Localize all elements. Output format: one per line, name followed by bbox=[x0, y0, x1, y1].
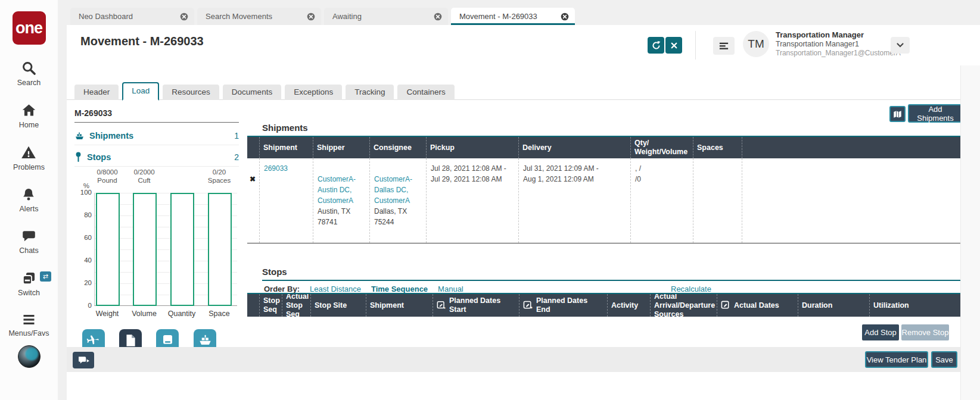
application-window: one Search Home Problems Alerts Chats ⇄ … bbox=[0, 0, 980, 400]
close-icon[interactable] bbox=[307, 12, 315, 21]
chat-button[interactable] bbox=[73, 352, 94, 368]
sidebar-item-problems[interactable]: Problems bbox=[13, 145, 45, 171]
order-by-time-sequence[interactable]: Time Sequence bbox=[371, 285, 428, 293]
add-stop-button[interactable]: Add Stop bbox=[862, 324, 899, 340]
search-icon bbox=[21, 60, 37, 76]
one-network-logo[interactable]: one bbox=[13, 11, 46, 45]
shipments-section-title: Shipments bbox=[262, 123, 308, 133]
column-header-stop-seq: Stop Seq bbox=[259, 294, 282, 317]
sidebar-item-label: Search bbox=[17, 79, 41, 87]
map-button[interactable] bbox=[889, 106, 906, 122]
tab-label: Awaiting bbox=[332, 12, 362, 21]
y-tick: 20 bbox=[71, 279, 92, 286]
pickup-dates: Jul 28, 2021 12:08 AM - Jul 29, 2021 12:… bbox=[426, 158, 518, 243]
column-header-planned-dates-end: * Planned Dates End bbox=[519, 294, 607, 317]
bar-capacity-label: 0/20Spaces bbox=[195, 168, 243, 185]
column-header-shipment: Shipment bbox=[259, 137, 313, 158]
sidebar-item-label: Switch bbox=[18, 289, 40, 297]
close-button[interactable] bbox=[665, 37, 682, 54]
sidebar-item-switch[interactable]: ⇄ Switch bbox=[18, 270, 40, 297]
column-header-planned-dates-start: * Planned Dates Start bbox=[433, 294, 519, 317]
sidebar-item-chats[interactable]: Chats bbox=[19, 229, 39, 255]
consignee-link[interactable]: CustomerA-Dallas DC, CustomerA bbox=[374, 174, 422, 206]
shipments-summary-row[interactable]: Shipments 1 bbox=[74, 126, 239, 145]
shipments-count: 1 bbox=[234, 131, 239, 140]
warning-icon bbox=[20, 145, 37, 161]
user-name: Transportation Manager1 bbox=[776, 40, 901, 49]
tab-label: Search Movements bbox=[206, 12, 272, 21]
bar-capacity-label: 0/2000Cuft bbox=[120, 168, 168, 185]
shipper-link[interactable]: CustomerA-Austin DC, CustomerA bbox=[318, 174, 365, 206]
close-icon bbox=[670, 41, 679, 50]
tab-movement-m-269033[interactable]: Movement - M-269033 bbox=[451, 8, 575, 25]
sidebar-item-menus-favs[interactable]: Menus/Favs bbox=[8, 312, 49, 338]
chart-bar-space bbox=[208, 193, 232, 306]
column-header-shipper: Shipper bbox=[313, 137, 369, 158]
chat-icon bbox=[21, 229, 37, 244]
switch-context-badge[interactable]: ⇄ bbox=[40, 271, 51, 282]
user-org: Transportation_Manager1@CustomerA bbox=[776, 49, 901, 58]
y-tick: 0 bbox=[71, 302, 92, 309]
close-icon[interactable] bbox=[434, 12, 442, 21]
user-avatar[interactable]: TM bbox=[743, 31, 769, 57]
column-header-duration: Duration bbox=[798, 294, 869, 317]
column-header-qty-weight-volume: Qty/ Weight/Volume bbox=[630, 137, 693, 158]
tab-neo-dashboard[interactable]: Neo Dashboard bbox=[70, 8, 194, 25]
movement-id: M-269033 bbox=[74, 108, 239, 123]
order-by-label: Order By: bbox=[264, 285, 300, 293]
order-by-manual[interactable]: Manual bbox=[438, 285, 463, 293]
refresh-button[interactable] bbox=[648, 37, 664, 54]
tab-containers[interactable]: Containers bbox=[397, 85, 454, 100]
add-shipments-button[interactable]: Add Shipments bbox=[908, 104, 963, 123]
sidebar-item-alerts[interactable]: Alerts bbox=[20, 187, 39, 213]
column-header-pickup: Pickup bbox=[426, 137, 518, 158]
chart-plot-area bbox=[94, 193, 237, 306]
column-header-activity: Activity bbox=[607, 294, 650, 317]
header-menu-button[interactable] bbox=[713, 37, 735, 55]
footer-bar: View Tender Plan Save bbox=[67, 347, 960, 372]
sidebar-item-home[interactable]: Home bbox=[19, 102, 39, 129]
tab-label: Movement - M-269033 bbox=[459, 12, 537, 21]
tab-awaiting[interactable]: Awaiting bbox=[324, 8, 448, 25]
remove-stop-button[interactable]: Remove Stop bbox=[901, 324, 949, 340]
bell-icon bbox=[21, 187, 36, 202]
view-tender-plan-button[interactable]: View Tender Plan bbox=[865, 351, 928, 368]
recalculate-link[interactable]: Recalculate bbox=[671, 285, 711, 293]
tab-documents[interactable]: Documents bbox=[223, 85, 281, 100]
close-icon[interactable] bbox=[180, 12, 188, 21]
consignee-address: Dallas, TX 75244 bbox=[374, 206, 422, 227]
close-icon[interactable] bbox=[561, 12, 569, 21]
home-icon bbox=[21, 102, 37, 118]
tab-load[interactable]: Load bbox=[122, 82, 159, 101]
refresh-icon bbox=[651, 40, 661, 51]
profile-avatar[interactable] bbox=[18, 345, 41, 368]
right-gutter bbox=[960, 65, 980, 400]
y-tick: 80 bbox=[71, 211, 92, 218]
y-tick: 100 bbox=[71, 189, 92, 196]
svg-text:*: * bbox=[530, 305, 533, 311]
svg-text:*: * bbox=[444, 305, 446, 310]
x-category-label: Space bbox=[195, 310, 243, 318]
tab-resources[interactable]: Resources bbox=[163, 85, 219, 100]
menu-icon bbox=[21, 312, 37, 327]
tab-search-movements[interactable]: Search Movements bbox=[197, 8, 321, 25]
remove-shipment-icon[interactable]: ✖ bbox=[250, 175, 256, 183]
order-by-least-distance[interactable]: Least Distance bbox=[310, 285, 361, 293]
tab-tracking[interactable]: Tracking bbox=[346, 85, 394, 100]
user-menu-chevron[interactable] bbox=[891, 37, 910, 54]
shipments-link[interactable]: Shipments bbox=[89, 131, 133, 140]
workspace-tabs: Neo Dashboard Search Movements Awaiting … bbox=[70, 8, 575, 25]
stops-title-underline bbox=[262, 280, 960, 281]
save-button[interactable]: Save bbox=[931, 351, 957, 368]
edit-icon bbox=[721, 301, 731, 311]
tab-header-section[interactable]: Header bbox=[74, 85, 119, 100]
hamburger-icon bbox=[718, 41, 729, 51]
tab-exceptions[interactable]: Exceptions bbox=[285, 85, 342, 100]
shipment-number-link[interactable]: 269033 bbox=[264, 163, 288, 174]
sidebar-item-search[interactable]: Search bbox=[17, 60, 41, 87]
chat-bubbles-icon bbox=[77, 355, 90, 365]
column-header-actual-stop-seq: Actual Stop Seq bbox=[282, 294, 310, 317]
stops-summary-row[interactable]: Stops 2 bbox=[74, 148, 239, 167]
sidebar-item-label: Problems bbox=[13, 163, 45, 171]
stops-link[interactable]: Stops bbox=[87, 152, 111, 162]
